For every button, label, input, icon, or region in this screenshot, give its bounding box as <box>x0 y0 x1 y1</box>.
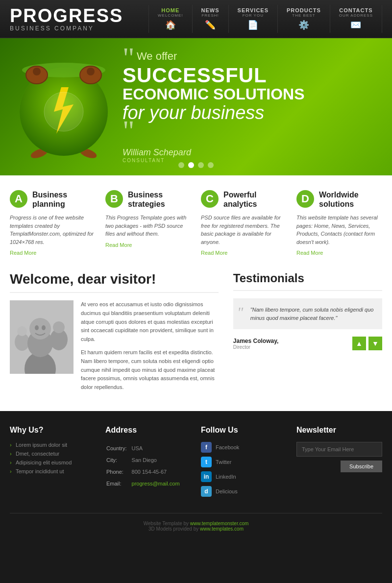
phone-label: Phone: <box>106 466 131 477</box>
nav-item-products[interactable]: PRODUCTS THE BEST ⚙️ <box>278 5 330 33</box>
city-label: City: <box>106 455 131 465</box>
hero-offer-text: We offer <box>137 50 177 62</box>
hero-author-title: CONSULTANT <box>122 158 377 163</box>
social-label-facebook: Facebook <box>216 444 239 450</box>
footer-why-us-item: Lorem ipsum dolor sit <box>10 442 96 448</box>
testimonial-next-button[interactable]: ▼ <box>368 337 382 350</box>
testimonials-title: Testimonials <box>233 271 382 291</box>
country-value: USA <box>132 443 180 454</box>
hero-text-area: " We offer SUCCESSFUL ECONOMIC SOLUTIONS… <box>118 41 392 173</box>
testimonial-footer: James Coloway, Director ▲ ▼ <box>233 337 382 350</box>
hero-close-quote: " <box>122 115 135 147</box>
footer-bottom-text1: Website Template by <box>144 521 190 526</box>
footer-address: Address Country: USA City: San Diego Pho… <box>105 426 191 501</box>
nav-item-news[interactable]: NEWS FRESH! ✏️ <box>193 5 229 33</box>
hero-author: William Schepard <box>122 147 377 158</box>
social-icon-linkedin: in <box>201 471 212 482</box>
welcome-section: Welcome, dear visitor! <box>10 271 219 396</box>
hero-dot-3[interactable] <box>208 162 214 168</box>
footer-why-us-item: Dmet, consectetur <box>10 451 96 457</box>
social-item-delicious[interactable]: d Delicious <box>201 486 287 497</box>
social-item-facebook[interactable]: f Facebook <box>201 442 287 453</box>
feature-col-c: C Powerfulanalytics PSD source files are… <box>201 190 287 257</box>
templates-link[interactable]: www.templates.com <box>200 526 244 532</box>
feature-badge-d: D <box>296 190 314 208</box>
email-value[interactable]: progress@mail.com <box>132 481 180 486</box>
nav-label-home: HOME <box>161 7 179 13</box>
nav-icon-contacts: ✉️ <box>350 20 361 30</box>
svg-point-10 <box>44 92 83 131</box>
feature-read-more-a[interactable]: Read More <box>10 250 36 256</box>
feature-col-a: A Businessplanning Progress is one of fr… <box>10 190 96 257</box>
footer-newsletter-title: Newsletter <box>296 426 382 435</box>
nav-icon-products: ⚙️ <box>298 20 309 30</box>
feature-text-d: This website template has several pages:… <box>296 214 382 246</box>
social-icon-delicious: d <box>201 486 212 497</box>
footer-why-us: Why Us? Lorem ipsum dolor sitDmet, conse… <box>10 426 96 501</box>
nav-item-services[interactable]: SERVICES FOR YOU 📄 <box>229 5 278 33</box>
testimonials-section: Testimonials "Nam libero tempore, cum so… <box>233 271 382 396</box>
testimonial-author: James Coloway, <box>233 338 278 344</box>
footer-bottom-text2: 3D Models provided by <box>148 526 200 532</box>
welcome-body: At vero eos et accusamus et iusto odio d… <box>10 300 219 396</box>
welcome-para2: Et harum quidem rerum facilis est et exp… <box>81 348 219 391</box>
testimonial-quote-box: "Nam libero tempore, cum soluta nobis el… <box>233 298 382 329</box>
newsletter-subscribe-button[interactable]: Subscribe <box>341 461 382 472</box>
social-icon-twitter: t <box>201 457 212 467</box>
templatemonster-link[interactable]: www.templatemonster.com <box>190 521 249 526</box>
footer-social-list: f Facebook t Twitter in LinkedIn d Delic… <box>201 442 287 497</box>
footer-why-us-item: Adipisicing elit eiusmod <box>10 460 96 465</box>
newsletter-email-input[interactable] <box>296 442 382 457</box>
testimonial-prev-button[interactable]: ▲ <box>352 337 366 350</box>
nav-label-news: NEWS <box>201 7 220 13</box>
logo: PROGRESS BUSINESS COMPANY <box>10 6 123 32</box>
feature-badge-a: A <box>10 190 27 208</box>
phone-value: 800 154-45-67 <box>132 466 180 477</box>
nav-sub-news: FRESH! <box>201 13 219 18</box>
feature-read-more-b[interactable]: Read More <box>105 242 132 248</box>
footer-follow-us: Follow Us f Facebook t Twitter in Linked… <box>201 426 287 501</box>
social-label-twitter: Twitter <box>216 459 231 465</box>
country-label: Country: <box>106 443 131 454</box>
main-nav: HOME WELCOME! 🏠 NEWS FRESH! ✏️ SERVICES … <box>148 5 382 33</box>
feature-header-b: B Businessstrategies <box>105 190 191 209</box>
hero-main-text: SUCCESSFUL <box>122 65 377 86</box>
feature-read-more-c[interactable]: Read More <box>201 250 227 256</box>
svg-point-20 <box>42 325 46 330</box>
feature-badge-c: C <box>201 190 219 208</box>
nav-icon-news: ✏️ <box>205 20 216 30</box>
nav-label-contacts: CONTACTS <box>339 7 372 13</box>
feature-col-b: B Businessstrategies This Progress Templ… <box>105 190 191 257</box>
footer-newsletter: Newsletter Subscribe <box>296 426 382 501</box>
footer: Why Us? Lorem ipsum dolor sitDmet, conse… <box>0 411 392 539</box>
feature-col-d: D Worldwidesolutions This website templa… <box>296 190 382 257</box>
svg-point-15 <box>17 326 27 336</box>
nav-item-contacts[interactable]: CONTACTS OUR ADDRESS ✉️ <box>330 5 382 33</box>
nav-icon-services: 📄 <box>247 20 258 30</box>
feature-read-more-d[interactable]: Read More <box>296 250 323 256</box>
nav-item-home[interactable]: HOME WELCOME! 🏠 <box>148 5 193 33</box>
hero-dot-1[interactable] <box>188 162 194 168</box>
testimonial-author-info: James Coloway, Director <box>233 338 278 350</box>
svg-point-18 <box>29 318 51 340</box>
hero-dots <box>178 162 214 168</box>
main-content: Welcome, dear visitor! <box>0 262 392 411</box>
hero-dot-2[interactable] <box>198 162 204 168</box>
email-label: Email: <box>106 478 131 489</box>
svg-point-13 <box>53 321 65 333</box>
footer-follow-title: Follow Us <box>201 426 287 435</box>
social-item-twitter[interactable]: t Twitter <box>201 457 287 467</box>
hero-clock-image <box>10 48 118 166</box>
social-item-linkedin[interactable]: in LinkedIn <box>201 471 287 482</box>
footer-why-us-item: Tempor incididunt ut <box>10 468 96 474</box>
hero-dot-0[interactable] <box>178 162 184 168</box>
nav-sub-home: WELCOME! <box>158 13 183 18</box>
testimonial-controls: ▲ ▼ <box>352 337 382 350</box>
feature-title-a: Businessplanning <box>32 190 67 209</box>
svg-point-6 <box>33 68 41 75</box>
header: PROGRESS BUSINESS COMPANY HOME WELCOME! … <box>0 0 392 38</box>
footer-why-us-list: Lorem ipsum dolor sitDmet, consecteturAd… <box>10 442 96 474</box>
testimonial-role: Director <box>233 344 278 350</box>
footer-why-us-title: Why Us? <box>10 426 96 435</box>
footer-address-title: Address <box>105 426 191 435</box>
